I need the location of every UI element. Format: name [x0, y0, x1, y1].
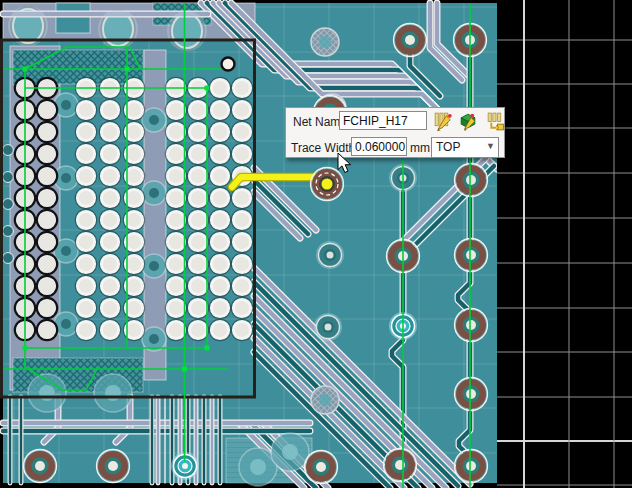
via-hatch [311, 28, 339, 56]
trace-width-input[interactable] [351, 137, 407, 156]
via-brown [454, 238, 488, 272]
mini-via [4, 227, 13, 236]
via [466, 320, 476, 330]
bga-pad [125, 255, 142, 272]
via-mini [3, 172, 14, 183]
via [405, 35, 415, 45]
bga-pad [211, 321, 228, 338]
bga-pad [77, 167, 94, 184]
mini-via [4, 173, 13, 182]
bga-pad [167, 167, 184, 184]
hatched-region [13, 50, 143, 84]
via-brown [454, 449, 488, 483]
bga-pad [189, 211, 206, 228]
via [466, 461, 476, 471]
bga-pad [125, 123, 142, 140]
filler-pad [61, 100, 71, 110]
pad-halo [167, 11, 207, 51]
mouse-cursor [337, 153, 353, 175]
filler-pad [61, 246, 71, 256]
via-mini [3, 226, 14, 237]
bga-pad [39, 300, 55, 316]
bga-pad [211, 101, 228, 118]
bga-pad [189, 189, 206, 206]
bga-pad [211, 277, 228, 294]
via-soft [271, 433, 309, 471]
bga-pad [39, 168, 55, 184]
bga-pad [125, 145, 142, 162]
bga-pad [101, 123, 118, 140]
via-halo [98, 9, 138, 49]
via [466, 175, 476, 185]
bga-pad [39, 146, 55, 162]
bga-pad [39, 212, 55, 228]
bga-pad [211, 79, 228, 96]
via-teal [314, 313, 342, 341]
bga-pad [167, 101, 184, 118]
via-gapdot [142, 181, 166, 205]
via [466, 389, 476, 399]
via [316, 462, 326, 472]
bga-pad [125, 233, 142, 250]
drag-trace-icon[interactable] [485, 111, 506, 135]
soft-pad [250, 459, 266, 475]
bga-pad [233, 79, 250, 96]
filler-pad [61, 173, 71, 183]
via-brown [383, 448, 417, 482]
grid-panel-bg [497, 0, 632, 488]
bga-pad [189, 167, 206, 184]
ratsnest-node [125, 67, 130, 72]
bga-pad [189, 101, 206, 118]
bga-pad [233, 211, 250, 228]
hatched-via [319, 36, 331, 48]
trace-properties-popup[interactable]: Net Name [285, 107, 505, 158]
bga-pad [101, 255, 118, 272]
bga-pad [77, 299, 94, 316]
via [182, 463, 188, 469]
bga-pad [211, 145, 228, 162]
bga-pad [233, 299, 250, 316]
bga-pad [77, 211, 94, 228]
bga-pad [233, 101, 250, 118]
bga-pad [233, 255, 250, 272]
soft-pad [39, 385, 55, 401]
highlighted-pad [222, 58, 235, 71]
edit-trace-icon[interactable] [432, 111, 453, 135]
pcb-canvas[interactable] [0, 0, 632, 488]
layer-select[interactable]: TOP ▼ [431, 137, 499, 158]
bga-pad [101, 277, 118, 294]
bga-pad [77, 101, 94, 118]
bga-pad [125, 211, 142, 228]
bga-pad [39, 102, 55, 118]
bga-pad [101, 145, 118, 162]
layer-select-value: TOP [436, 140, 460, 154]
mini-via [4, 254, 13, 263]
bga-pad [125, 321, 142, 338]
bga-pad [77, 189, 94, 206]
bga-pad [39, 322, 55, 338]
net-name-input[interactable] [339, 111, 427, 130]
bga-pad [211, 189, 228, 206]
mini-via [4, 146, 13, 155]
bga-pad [167, 321, 184, 338]
bga-pad [39, 190, 55, 206]
via [35, 461, 45, 471]
edit-part-icon[interactable] [458, 111, 479, 135]
bga-pad [167, 255, 184, 272]
bga-pad [77, 255, 94, 272]
bga-pad [101, 211, 118, 228]
bga-pad [39, 124, 55, 140]
via [325, 324, 332, 331]
pcb-objects [0, 0, 632, 488]
bga-pad [39, 256, 55, 272]
bga-pad [233, 145, 250, 162]
bga-pad [233, 189, 250, 206]
chevron-down-icon: ▼ [486, 141, 495, 151]
bga-pad [39, 234, 55, 250]
bga-pad [125, 167, 142, 184]
bga-pad [233, 277, 250, 294]
pad-halo [98, 9, 138, 49]
bga-pad [77, 277, 94, 294]
via-mini [3, 199, 14, 210]
bga-pad [77, 123, 94, 140]
